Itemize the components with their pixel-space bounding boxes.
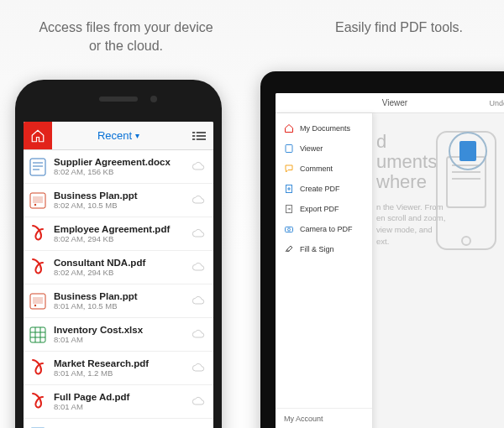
cloud-icon <box>192 193 207 208</box>
svg-point-12 <box>34 203 36 205</box>
file-row[interactable]: Consultant NDA.pdf8:02 AM, 294 KB <box>24 251 213 284</box>
camera-icon <box>284 224 294 234</box>
cloud-icon <box>192 260 207 275</box>
sidebar-item-label: Viewer <box>300 144 323 153</box>
file-meta: Consultant NDA.pdf8:02 AM, 294 KB <box>54 258 185 277</box>
svg-rect-5 <box>197 138 206 140</box>
file-row[interactable]: Full Page Ad.pdf8:01 AM <box>24 385 213 419</box>
cloud-icon <box>192 327 207 342</box>
file-list[interactable]: Supplier Agreement.docx8:02 AM, 156 KBBu… <box>24 150 213 428</box>
file-subtitle: 8:02 AM, 294 KB <box>54 268 185 277</box>
tablet-body: d uments where n the Viewer. From en scr… <box>276 113 504 428</box>
cloud-icon <box>192 361 207 376</box>
svg-point-15 <box>34 304 36 305</box>
file-name: Market Research.pdf <box>54 358 185 368</box>
sidebar-item-comment[interactable]: Comment <box>276 159 372 179</box>
sidebar-item-label: Export PDF <box>300 205 339 213</box>
cloud-icon <box>192 294 207 309</box>
fillsign-icon <box>284 244 294 254</box>
sidebar-item-label: Fill & Sign <box>300 245 334 253</box>
sidebar-footer-item[interactable]: My Account <box>276 409 372 428</box>
cloud-icon <box>192 227 207 242</box>
file-meta: Business Plan.ppt8:02 AM, 10.5 MB <box>54 191 185 210</box>
file-meta: Full Page Ad.pdf8:01 AM <box>54 392 185 411</box>
svg-rect-14 <box>33 297 43 304</box>
svg-rect-28 <box>286 227 293 232</box>
tablet-sidebar: My DocumentsViewerCommentCreate PDFExpor… <box>276 113 373 428</box>
home-button[interactable] <box>24 122 52 149</box>
caption-right: Easily find PDF tools. <box>323 18 475 37</box>
ppt-file-icon <box>29 290 47 312</box>
pdf-file-icon <box>29 358 47 379</box>
view-mode-button[interactable] <box>185 122 213 149</box>
sidebar-item-viewer[interactable]: Viewer <box>276 138 372 159</box>
pdf-file-icon <box>29 391 47 413</box>
file-subtitle: 8:01 AM <box>54 402 185 411</box>
sidebar-item-createpdf[interactable]: Create PDF <box>276 179 372 199</box>
phone-screen: Recent ▾ Supplier Agreement.docx8:02 AM,… <box>24 122 213 428</box>
tablet-frame: Viewer Undo d uments where n the Viewer.… <box>260 71 504 428</box>
file-row[interactable]: Magazine Article.jpg <box>24 419 213 428</box>
tablet-topbar: Viewer Undo <box>276 93 504 113</box>
exportpdf-icon <box>284 204 294 214</box>
svg-rect-16 <box>30 327 45 342</box>
file-row[interactable]: Business Plan.ppt8:01 AM, 10.5 MB <box>24 284 213 318</box>
file-subtitle: 8:01 AM <box>54 335 185 344</box>
document-icon <box>459 141 476 161</box>
sidebar-item-fillsign[interactable]: Fill & Sign <box>276 239 372 259</box>
xlsx-file-icon <box>29 324 47 346</box>
file-meta: Inventory Cost.xlsx8:01 AM <box>54 325 185 344</box>
chevron-down-icon: ▾ <box>135 131 139 140</box>
file-row[interactable]: Business Plan.ppt8:02 AM, 10.5 MB <box>24 184 213 217</box>
svg-rect-11 <box>33 196 43 203</box>
svg-point-29 <box>288 228 291 231</box>
stage: Access files from your device or the clo… <box>0 0 504 428</box>
file-row[interactable]: Inventory Cost.xlsx8:01 AM <box>24 318 213 352</box>
home-icon <box>30 128 45 144</box>
pdf-file-icon <box>29 223 47 245</box>
sidebar-item-camera[interactable]: Camera to PDF <box>276 219 372 239</box>
file-meta: Employee Agreement.pdf8:02 AM, 294 KB <box>54 224 185 243</box>
recent-label: Recent <box>97 129 132 142</box>
phone-camera <box>150 96 157 102</box>
file-row[interactable]: Employee Agreement.pdf8:02 AM, 294 KB <box>24 217 213 251</box>
phone-header: Recent ▾ <box>24 122 213 150</box>
home-icon <box>284 123 294 133</box>
hero-highlight-circle <box>449 132 487 170</box>
sidebar-item-label: My Documents <box>300 124 350 133</box>
recent-dropdown[interactable]: Recent ▾ <box>52 122 185 149</box>
svg-rect-4 <box>192 138 195 140</box>
file-name: Business Plan.ppt <box>54 191 185 201</box>
file-name: Full Page Ad.pdf <box>54 392 185 402</box>
docx-file-icon <box>29 156 47 178</box>
hero-area: d uments where n the Viewer. From en scr… <box>376 132 504 428</box>
tablet-title: Viewer <box>382 98 407 107</box>
svg-rect-3 <box>197 135 206 137</box>
file-subtitle: 8:02 AM, 156 KB <box>54 167 185 176</box>
svg-rect-25 <box>286 145 292 153</box>
svg-rect-0 <box>192 132 195 133</box>
undo-button[interactable]: Undo <box>489 93 504 113</box>
sidebar-footer-label: My Account <box>284 415 323 423</box>
list-view-icon <box>192 131 206 141</box>
phone-speaker <box>99 97 138 102</box>
sidebar-item-exportpdf[interactable]: Export PDF <box>276 199 372 219</box>
viewer-icon <box>284 144 294 154</box>
file-row[interactable]: Supplier Agreement.docx8:02 AM, 156 KB <box>24 150 213 184</box>
sidebar-item-label: Create PDF <box>300 185 340 193</box>
ppt-file-icon <box>29 190 47 211</box>
file-meta: Supplier Agreement.docx8:02 AM, 156 KB <box>54 157 185 176</box>
file-subtitle: 8:01 AM, 10.5 MB <box>54 301 185 311</box>
tablet-screen: Viewer Undo d uments where n the Viewer.… <box>276 93 504 428</box>
svg-rect-1 <box>197 132 206 133</box>
jpg-file-icon <box>29 425 47 429</box>
file-name: Inventory Cost.xlsx <box>54 325 185 335</box>
pdf-file-icon <box>29 257 47 279</box>
sidebar-item-home[interactable]: My Documents <box>276 118 372 138</box>
file-row[interactable]: Market Research.pdf8:01 AM, 1.2 MB <box>24 352 213 385</box>
comment-icon <box>284 164 294 174</box>
svg-point-24 <box>462 237 470 245</box>
file-subtitle: 8:01 AM, 1.2 MB <box>54 368 185 378</box>
cloud-icon <box>192 394 207 410</box>
svg-rect-6 <box>30 159 45 175</box>
